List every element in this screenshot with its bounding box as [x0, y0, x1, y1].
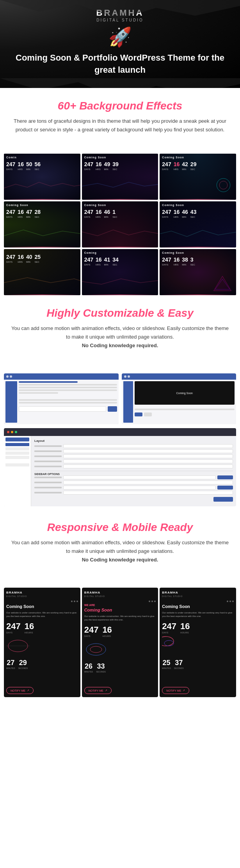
afc-sidebar-input-2[interactable]	[63, 481, 233, 484]
sc-wave-4	[4, 228, 80, 240]
sc-line-2	[82, 199, 158, 200]
afc-save-btn[interactable]	[213, 497, 233, 502]
sc-line-7	[4, 294, 80, 295]
admin-btn-2[interactable]	[135, 412, 142, 416]
mob-num-hours-1: 16	[25, 621, 34, 631]
sidebar-item-portfolio[interactable]	[5, 452, 29, 455]
sc-label-2: Coming Soon	[84, 156, 156, 159]
sc-triangle-9	[211, 274, 234, 293]
screenshot-cell-2: Coming Soon 247DAYS 16HRS 49MIN 39SEC	[82, 154, 158, 200]
admin-grid-top: Coming Soon	[4, 373, 236, 424]
afc-label-4	[34, 461, 62, 462]
admin-body-1	[4, 380, 119, 424]
afc-sidebar-btn-2[interactable]	[217, 486, 233, 490]
admin-btn-1[interactable]	[108, 406, 117, 412]
mobile-card-1: BRAMHA DIGITAL STUDIO Coming Soon Our we…	[4, 588, 80, 697]
sc-numbers-2: 247DAYS 16HRS 49MIN 39SEC	[84, 161, 156, 170]
notify-btn-2[interactable]: NOTIFY ME ↗	[84, 687, 112, 694]
notify-arrow-1: ↗	[27, 689, 29, 692]
mob-numbers-row-1: 247 DAYS 16 HOURS	[6, 621, 78, 634]
sidebar-item-dashboard[interactable]	[5, 443, 29, 446]
admin-input-1	[19, 406, 106, 412]
afc-sidebar-input-4[interactable]	[63, 491, 233, 495]
sc-label-5: Coming Soon	[84, 204, 156, 206]
mob-small-nums-3: 25 MINUTES 37 SECONDS	[162, 659, 234, 669]
admin-field-3	[19, 387, 117, 388]
sc-label-4: Coming Soon	[6, 204, 78, 206]
afc-row-4	[34, 459, 233, 463]
sc-wave-5	[82, 228, 158, 240]
sc-numbers-5: 247DAYS 16HRS 46MIN 1SEC	[84, 209, 156, 218]
afc-input-3[interactable]	[63, 454, 233, 458]
afc-input-5[interactable]	[63, 464, 233, 468]
mob-we-are-2: WE ARE	[84, 604, 156, 606]
sc-numbers-6: 247DAYS 16HRS 46MIN 43SEC	[162, 209, 234, 218]
mobile-card-3: BRAMHA DIGITAL STUDIO Coming Soon Our we…	[160, 588, 236, 697]
sc-label-8: Coming	[84, 251, 156, 254]
mob-num-days-1: 247	[6, 621, 21, 631]
screenshot-cell-6: Coming Soon 247DAYS 16HRS 46MIN 43SEC	[160, 201, 236, 247]
afc-input-2[interactable]	[63, 449, 233, 453]
sc-numbers-4: 247DAYS 16HRS 47MIN 28SEC	[6, 209, 78, 218]
mob-unit-days-3: DAYS	[162, 631, 176, 634]
sc-line-6	[160, 247, 236, 247]
logo-area: BRAMHA DIGITAL STUDIO	[8, 8, 232, 22]
sidebar-logo-item	[5, 438, 29, 441]
backgrounds-desc: There are tons of graceful designs in th…	[11, 117, 229, 134]
svg-marker-2	[214, 276, 231, 291]
notify-label-2: NOTIFY ME	[89, 689, 103, 692]
afc-sidebar-label-4	[34, 492, 62, 493]
afc-input-4[interactable]	[63, 459, 233, 463]
sc-wave-7	[4, 276, 80, 287]
sc-label-3: Coming Soon	[162, 156, 234, 159]
customizable-title: Highly Customizable & Easy	[8, 307, 232, 319]
mob-num-days-3: 247	[162, 621, 176, 631]
admin-dot-2	[10, 375, 12, 378]
mob-numbers-row-2: 247 DAYS 16 HOURS	[84, 625, 156, 637]
mob-icons-3	[162, 601, 234, 602]
admin-btn-3[interactable]	[144, 412, 152, 416]
admin-content-2: Coming Soon	[135, 381, 235, 423]
svg-point-0	[217, 178, 230, 192]
mob-spiral-1	[6, 636, 30, 656]
afc-sidebar-label-3	[34, 487, 62, 488]
admin-full-sidebar	[4, 436, 31, 506]
sc-line-5	[82, 247, 158, 247]
screenshot-cell-3: Coming Soon 247DAYS 16HRS 42MIN 29SEC	[160, 154, 236, 200]
notify-btn-1[interactable]: NOTIFY ME ↗	[6, 687, 34, 694]
mob-title-3: Coming Soon	[162, 604, 234, 609]
mob-dot-3c	[232, 601, 234, 602]
afc-input-1[interactable]	[63, 444, 233, 448]
admin-content-1	[19, 381, 117, 423]
screenshot-cell-9: Coming Soon 247DAYS 16HRS 38MIN 3SEC	[160, 249, 236, 295]
mob-logo-sub-3: DIGITAL STUDIO	[162, 595, 234, 597]
screenshot-cell-8: Coming 247DAYS 16HRS 41MIN 34SEC	[82, 249, 158, 295]
mob-spiral-2	[84, 640, 108, 659]
afc-sidebar-btn-1[interactable]	[217, 475, 233, 479]
admin-cell-2: Coming Soon	[122, 373, 236, 424]
mob-logo-2: BRAMHA	[84, 591, 156, 594]
afc-sidebar-input-3[interactable]	[63, 486, 216, 490]
sc-line-9	[160, 294, 236, 295]
sidebar-item-settings[interactable]	[5, 463, 29, 466]
sc-wave-2	[82, 180, 158, 192]
notify-arrow-3: ↗	[183, 689, 185, 692]
sidebar-item-about[interactable]	[5, 447, 29, 450]
afc-label-3	[34, 456, 62, 457]
mob-unit-days-1: DAYS	[6, 631, 21, 634]
admin-field-4	[19, 389, 117, 391]
mob-desc-1: Our website is under construction. We ar…	[6, 611, 78, 618]
sidebar-item-contact[interactable]	[5, 456, 29, 459]
mob-dot-3b	[229, 601, 231, 602]
sc-wave-8	[82, 276, 158, 287]
afc-label-5	[34, 466, 62, 467]
screenshot-cell-7: 247DAYS 16HRS 40MIN 25SEC	[4, 249, 80, 295]
notify-btn-3[interactable]: NOTIFY ME ↗	[162, 687, 189, 694]
mob-dot-1c	[76, 601, 78, 602]
sc-label-1: Comin	[6, 156, 78, 159]
screenshot-cell-5: Coming Soon 247DAYS 16HRS 46MIN 1SEC	[82, 201, 158, 247]
afc-sidebar-row-4	[34, 491, 233, 495]
admin-body-2: Coming Soon	[122, 380, 236, 424]
afc-sidebar-input-1[interactable]	[63, 475, 216, 479]
admin-cell-1	[4, 373, 119, 424]
